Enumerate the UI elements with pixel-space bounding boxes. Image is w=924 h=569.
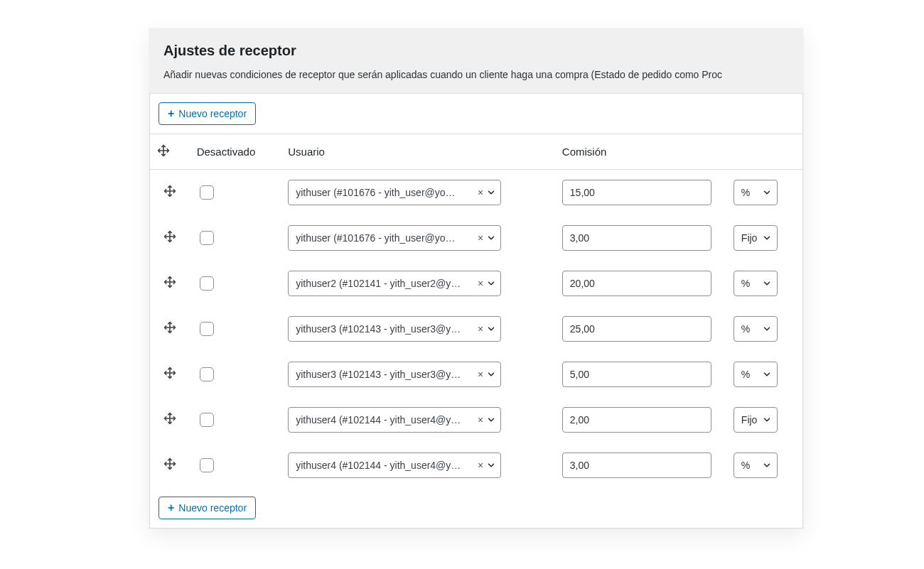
table-row: yithuser (#101676 - yith_user@yo… × % Fi… — [150, 170, 802, 216]
chevron-down-icon — [486, 278, 496, 288]
panel-body: + Nuevo receptor Desactivado — [149, 93, 803, 529]
commission-type-select[interactable]: % Fijo — [734, 453, 778, 478]
commission-input[interactable] — [562, 180, 711, 205]
move-icon — [157, 144, 170, 157]
user-select[interactable]: yithuser (#101676 - yith_user@yo… × — [288, 225, 501, 251]
commission-input[interactable] — [562, 225, 711, 251]
disabled-checkbox[interactable] — [200, 367, 214, 381]
chevron-down-icon — [486, 324, 496, 334]
commission-type-select[interactable]: % Fijo — [734, 316, 778, 342]
disabled-checkbox[interactable] — [200, 276, 214, 291]
chevron-down-icon — [486, 460, 496, 470]
new-receiver-button-top[interactable]: + Nuevo receptor — [159, 102, 256, 125]
user-select[interactable]: yithuser3 (#102143 - yith_user3@y… × — [288, 316, 501, 342]
commission-type-select[interactable]: % Fijo — [734, 271, 778, 296]
bottom-button-bar: + Nuevo receptor — [150, 488, 802, 528]
plus-icon: + — [168, 108, 174, 119]
disabled-checkbox[interactable] — [200, 231, 214, 245]
page-description: Añadir nuevas condiciones de receptor qu… — [163, 69, 789, 80]
drag-handle[interactable] — [163, 185, 176, 197]
user-select-value: yithuser (#101676 - yith_user@yo… — [296, 232, 475, 244]
column-drag — [150, 134, 190, 170]
chevron-down-icon — [486, 369, 496, 379]
user-select[interactable]: yithuser4 (#102144 - yith_user4@y… × — [288, 407, 501, 433]
commission-type-select[interactable]: % Fijo — [734, 362, 778, 387]
disabled-checkbox[interactable] — [200, 413, 214, 427]
disabled-checkbox[interactable] — [200, 185, 214, 200]
commission-type-select[interactable]: % Fijo — [734, 407, 778, 433]
receiver-settings-panel: Ajustes de receptor Añadir nuevas condic… — [149, 28, 803, 529]
user-select-value: yithuser4 (#102144 - yith_user4@y… — [296, 414, 475, 426]
chevron-down-icon — [486, 188, 496, 197]
table-row: yithuser3 (#102143 - yith_user3@y… × % F… — [150, 352, 802, 397]
new-receiver-label: Nuevo receptor — [178, 108, 247, 119]
user-select[interactable]: yithuser2 (#102141 - yith_user2@y… × — [288, 271, 501, 296]
drag-handle[interactable] — [163, 412, 176, 425]
plus-icon: + — [168, 502, 174, 514]
table-row: yithuser3 (#102143 - yith_user3@y… × % F… — [150, 306, 802, 352]
drag-handle[interactable] — [163, 321, 176, 334]
new-receiver-label: Nuevo receptor — [178, 502, 247, 514]
user-select-value: yithuser4 (#102144 - yith_user4@y… — [296, 460, 475, 471]
drag-handle[interactable] — [163, 230, 176, 243]
user-select[interactable]: yithuser4 (#102144 - yith_user4@y… × — [288, 453, 501, 478]
table-header: Desactivado Usuario Comisión — [150, 134, 802, 170]
drag-handle[interactable] — [163, 367, 176, 379]
clear-icon[interactable]: × — [475, 369, 486, 380]
table-row: yithuser (#101676 - yith_user@yo… × % Fi… — [150, 215, 802, 261]
page-title: Ajustes de receptor — [163, 43, 789, 59]
chevron-down-icon — [486, 233, 496, 243]
commission-input[interactable] — [562, 271, 711, 296]
table-row: yithuser2 (#102141 - yith_user2@y… × % F… — [150, 261, 802, 306]
user-select-value: yithuser3 (#102143 - yith_user3@y… — [296, 323, 475, 335]
clear-icon[interactable]: × — [475, 323, 486, 335]
clear-icon[interactable]: × — [475, 278, 486, 289]
page-root: Ajustes de receptor Añadir nuevas condic… — [0, 0, 924, 569]
column-disabled: Desactivado — [190, 134, 281, 170]
new-receiver-button-bottom[interactable]: + Nuevo receptor — [159, 497, 256, 519]
column-user: Usuario — [281, 134, 555, 170]
user-select[interactable]: yithuser (#101676 - yith_user@yo… × — [288, 180, 501, 205]
table-row: yithuser4 (#102144 - yith_user4@y… × % F… — [150, 397, 802, 443]
user-select[interactable]: yithuser3 (#102143 - yith_user3@y… × — [288, 362, 501, 387]
clear-icon[interactable]: × — [475, 232, 486, 244]
commission-type-select[interactable]: % Fijo — [734, 225, 778, 251]
column-commission: Comisión — [555, 134, 802, 170]
table-body: yithuser (#101676 - yith_user@yo… × % Fi… — [150, 170, 802, 489]
clear-icon[interactable]: × — [475, 414, 486, 426]
chevron-down-icon — [486, 415, 496, 425]
receivers-table: Desactivado Usuario Comisión yithuser (#… — [150, 134, 802, 488]
commission-input[interactable] — [562, 316, 711, 342]
panel-header: Ajustes de receptor Añadir nuevas condic… — [149, 28, 803, 93]
user-select-value: yithuser (#101676 - yith_user@yo… — [296, 187, 475, 198]
top-button-bar: + Nuevo receptor — [150, 94, 802, 134]
commission-input[interactable] — [562, 407, 711, 433]
user-select-value: yithuser3 (#102143 - yith_user3@y… — [296, 369, 475, 380]
drag-handle[interactable] — [163, 457, 176, 470]
disabled-checkbox[interactable] — [200, 322, 214, 336]
commission-input[interactable] — [562, 362, 711, 387]
commission-type-select[interactable]: % Fijo — [734, 180, 778, 205]
clear-icon[interactable]: × — [475, 187, 486, 198]
commission-input[interactable] — [562, 453, 711, 478]
user-select-value: yithuser2 (#102141 - yith_user2@y… — [296, 278, 475, 289]
clear-icon[interactable]: × — [475, 460, 486, 471]
disabled-checkbox[interactable] — [200, 458, 214, 472]
drag-handle[interactable] — [163, 276, 176, 288]
table-row: yithuser4 (#102144 - yith_user4@y… × % F… — [150, 443, 802, 488]
